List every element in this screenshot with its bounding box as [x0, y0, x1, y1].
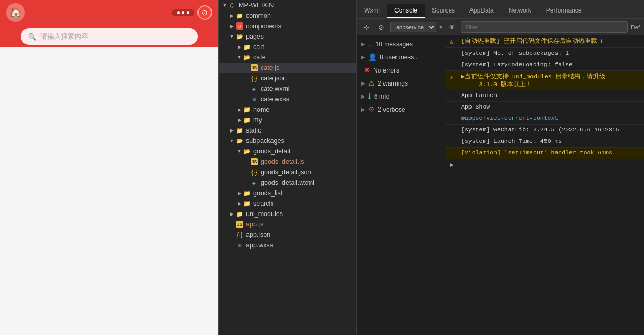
msg-warning-icon: ⚠	[368, 79, 375, 87]
service-select[interactable]: appservice	[390, 22, 436, 32]
msg-warnings[interactable]: ▶ ⚠ 2 warnings	[357, 77, 445, 90]
tree-item-common[interactable]: ▶ 📁 common	[219, 10, 356, 21]
app-json-icon: {·}	[236, 231, 244, 239]
root-label: MP-WEIXIN	[239, 2, 274, 9]
tab-performance[interactable]: Performance	[539, 4, 589, 18]
goods-detail-arrow: ▼	[236, 149, 243, 154]
tab-performance-label: Performance	[546, 7, 582, 14]
message-filter-list: ▶ ≡ 10 messages ▶ 👤 8 user mess... ✖ No …	[357, 35, 445, 335]
tree-item-goods-detail-wxml[interactable]: ◈ goods_detail.wxml	[219, 177, 356, 188]
app-wxss-label: app.wxss	[246, 242, 273, 249]
tree-item-pages[interactable]: ▼ 📂 pages	[219, 31, 356, 42]
goods-detail-js-label: goods_detail.js	[261, 158, 304, 165]
static-arrow: ▶	[228, 128, 236, 133]
msg-all-count: 10 messages	[376, 41, 413, 48]
tree-item-goods-detail-json[interactable]: {·} goods_detail.json	[219, 167, 356, 177]
log-line-10: [Violation] 'setTimeout' handler took 61…	[445, 148, 644, 159]
arrow-down-icon: ▾	[439, 23, 443, 31]
goods-list-icon: 📁	[243, 189, 251, 197]
log9-text: [system] Launch Time: 450 ms	[461, 138, 640, 145]
subpackages-arrow: ▼	[228, 138, 236, 143]
block-button[interactable]: ⊘	[376, 21, 387, 33]
log8-text: [system] WeChatLib: 2.24.5 (2022.6.6 16:…	[461, 126, 640, 133]
tree-item-home[interactable]: ▶ 📁 home	[219, 104, 356, 115]
tab-wxml[interactable]: Wxml	[357, 4, 387, 18]
tree-item-cate[interactable]: ▼ 📂 cate	[219, 52, 356, 63]
goods-list-arrow: ▶	[236, 190, 243, 196]
msg-verbose-count: 2 verbose	[378, 106, 405, 113]
gd-wxml-icon: ◈	[250, 178, 258, 187]
msg-errors[interactable]: ✖ No errors	[357, 64, 445, 77]
msg-all[interactable]: ▶ ≡ 10 messages	[357, 38, 445, 51]
file-tree-panel: ▼ ⬡ MP-WEIXIN ▶ 📁 common ▶ U components …	[219, 0, 357, 335]
console-prompt[interactable]: ▶	[445, 159, 644, 171]
tree-item-static[interactable]: ▶ 📁 static	[219, 125, 356, 136]
tree-item-goods-list[interactable]: ▶ 📁 goods_list	[219, 188, 356, 198]
components-label: components	[246, 22, 281, 30]
tree-item-goods-detail-js[interactable]: JS goods_detail.js	[219, 157, 356, 167]
log-line-4: ⚠ ▶当前组件仅支持 uni_modules 目录结构，请升级 3.1.0 版本…	[445, 71, 644, 90]
my-label: my	[253, 116, 262, 124]
tree-item-app-json[interactable]: {·} app.json	[219, 230, 356, 240]
tree-item-cate-json[interactable]: {·} cate.json	[219, 73, 356, 83]
app-wxss-icon: ≋	[236, 241, 244, 249]
common-label: common	[246, 12, 271, 19]
tree-item-subpackages[interactable]: ▼ 📂 subpackages	[219, 136, 356, 146]
tab-network[interactable]: Network	[501, 4, 539, 18]
tree-item-search[interactable]: ▶ 📁 search	[219, 198, 356, 209]
tree-item-cate-wxss[interactable]: ≋ cate.wxss	[219, 94, 356, 104]
pages-arrow: ▼	[228, 34, 236, 39]
eye-button[interactable]: 👁	[446, 21, 457, 33]
msg-info-arrow: ▶	[361, 93, 365, 99]
cursor-button[interactable]: ⊹	[361, 21, 373, 33]
gd-js-icon: JS	[250, 158, 258, 166]
subpackages-icon: 📂	[236, 137, 244, 145]
tree-item-components[interactable]: ▶ U components	[219, 21, 356, 31]
log-line-6: App Show	[445, 102, 644, 113]
tree-item-cate-wxml[interactable]: ◈ cate.wxml	[219, 83, 356, 94]
home-button[interactable]: 🏠	[6, 3, 25, 22]
dot3	[187, 11, 189, 14]
subpackages-label: subpackages	[246, 137, 284, 145]
tree-item-cate-js[interactable]: JS cate.js	[219, 63, 356, 73]
tree-item-goods-detail[interactable]: ▼ 📂 goods_detail	[219, 146, 356, 157]
search-label: search	[253, 200, 273, 207]
log-line-2: [system] No. of subpackages: 1	[445, 48, 644, 59]
cart-arrow: ▶	[236, 44, 243, 50]
log-line-8: [system] WeChatLib: 2.24.5 (2022.6.6 16:…	[445, 125, 644, 136]
msg-error-icon: ✖	[364, 66, 370, 74]
wxss-icon: ≋	[250, 95, 258, 103]
tree-item-app-wxss[interactable]: ≋ app.wxss	[219, 240, 356, 250]
close-button[interactable]: ⊙	[197, 5, 212, 20]
devtools-tab-bar: Wxml Console Sources AppData Network Per…	[357, 0, 644, 19]
phone-controls: ⊙	[172, 5, 212, 20]
tree-item-my[interactable]: ▶ 📁 my	[219, 115, 356, 125]
msg-warnings-arrow: ▶	[361, 80, 365, 86]
cate-arrow: ▼	[236, 55, 243, 60]
search-arrow: ▶	[236, 201, 243, 206]
msg-verbose[interactable]: ▶ ⚙ 2 verbose	[357, 103, 445, 116]
search-bar[interactable]: 🔍 请输入搜索内容	[21, 28, 198, 45]
cate-json-label: cate.json	[261, 75, 287, 82]
search-icon: 🔍	[28, 33, 36, 41]
more-button[interactable]	[172, 9, 194, 16]
tab-sources[interactable]: Sources	[425, 4, 462, 18]
gd-json-icon: {·}	[250, 168, 258, 176]
tree-item-app-js[interactable]: JS app.js	[219, 219, 356, 230]
tree-item-cart[interactable]: ▶ 📁 cart	[219, 42, 356, 52]
msg-user[interactable]: ▶ 👤 8 user mess...	[357, 51, 445, 64]
def-label: Def	[631, 24, 640, 30]
goods-list-label: goods_list	[253, 189, 282, 197]
filter-input[interactable]	[461, 21, 628, 33]
components-arrow: ▶	[228, 23, 236, 29]
tab-console-label: Console	[394, 7, 417, 14]
tree-root[interactable]: ▼ ⬡ MP-WEIXIN	[219, 0, 356, 10]
home-icon: 📁	[243, 105, 251, 114]
log-line-3: [system] LazyCodeLoading: false	[445, 59, 644, 71]
static-label: static	[246, 127, 261, 134]
msg-info[interactable]: ▶ ℹ 6 info	[357, 90, 445, 103]
tab-appdata[interactable]: AppData	[462, 4, 501, 18]
tab-console[interactable]: Console	[387, 4, 425, 18]
tree-item-uni-modules[interactable]: ▶ 📁 uni_modules	[219, 209, 356, 219]
cart-label: cart	[253, 43, 264, 51]
